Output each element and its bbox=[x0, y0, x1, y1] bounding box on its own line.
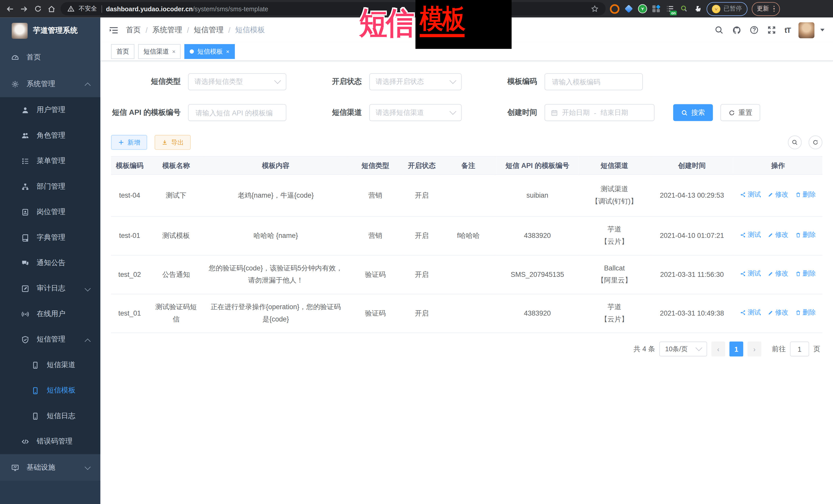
sidebar-item-dept[interactable]: 部门管理 bbox=[0, 174, 100, 199]
table-toolbar: 新增 导出 bbox=[111, 135, 823, 150]
dashboard-icon bbox=[11, 53, 19, 61]
sidebar-item-home[interactable]: 首页 bbox=[0, 44, 100, 71]
sidebar-item-errcode[interactable]: 错误码管理 bbox=[0, 429, 100, 454]
edit-link[interactable]: 修改 bbox=[768, 189, 788, 200]
user-avatar[interactable] bbox=[799, 22, 814, 38]
tab-home[interactable]: 首页 bbox=[111, 44, 134, 59]
cell-api-id: suibian bbox=[496, 174, 578, 217]
next-page-button[interactable]: › bbox=[747, 341, 761, 356]
sidebar-item-sms-channel[interactable]: 短信渠道 bbox=[0, 352, 100, 378]
url-bar[interactable]: 不安全 dashboard.yudao.iocoder.cn/system/sm… bbox=[61, 2, 605, 16]
sidebar-item-notice[interactable]: 通知公告 bbox=[0, 250, 100, 275]
test-link-label: 测试 bbox=[747, 230, 761, 241]
test-link[interactable]: 测试 bbox=[740, 268, 761, 280]
sidebar-item-sms-log[interactable]: 短信日志 bbox=[0, 403, 100, 429]
template-code-input[interactable] bbox=[551, 77, 637, 86]
sidebar-item-label: 菜单管理 bbox=[37, 156, 65, 166]
channel-name: 测试渠道 bbox=[583, 183, 646, 195]
channel-provider: 【调试(钉钉)】 bbox=[583, 196, 646, 208]
extension-donut-icon[interactable] bbox=[610, 4, 619, 14]
help-icon[interactable] bbox=[749, 25, 759, 34]
extension-grid-icon[interactable] bbox=[651, 4, 661, 14]
prev-page-button[interactable]: ‹ bbox=[712, 341, 725, 356]
reset-button[interactable]: 重置 bbox=[720, 104, 760, 121]
show-search-toggle-button[interactable] bbox=[788, 135, 802, 149]
github-icon[interactable] bbox=[732, 25, 741, 34]
search-button[interactable]: 搜索 bbox=[673, 104, 713, 121]
status-select[interactable]: 请选择开启状态 bbox=[369, 73, 462, 90]
delete-link[interactable]: 删除 bbox=[795, 189, 816, 200]
sidebar-item-label: 部门管理 bbox=[37, 182, 65, 191]
sidebar-item-audit[interactable]: 审计日志 bbox=[0, 275, 100, 301]
page-number-1[interactable]: 1 bbox=[730, 341, 743, 356]
page-size-value: 10条/页 bbox=[665, 344, 693, 354]
refresh-table-button[interactable] bbox=[809, 135, 823, 149]
cell-created: 2021-03-31 11:56:30 bbox=[650, 255, 734, 294]
app-logo bbox=[12, 23, 28, 39]
avatar-dropdown-caret-icon[interactable] bbox=[820, 29, 825, 31]
channel-select[interactable]: 请选择短信渠道 bbox=[369, 104, 462, 121]
sidebar-item-menu[interactable]: 菜单管理 bbox=[0, 148, 100, 173]
extension-list-icon[interactable]: on bbox=[665, 4, 674, 14]
sms-type-select[interactable]: 请选择短信类型 bbox=[188, 73, 286, 90]
test-link[interactable]: 测试 bbox=[740, 230, 761, 241]
bookmark-star-icon[interactable] bbox=[590, 4, 599, 14]
close-icon[interactable]: × bbox=[172, 49, 175, 55]
edit-link[interactable]: 修改 bbox=[768, 230, 788, 241]
search-icon[interactable] bbox=[715, 25, 724, 34]
system-submenu: 用户管理 角色管理 菜单管理 部门管理 岗位管理 bbox=[0, 97, 100, 454]
page-size-select[interactable]: 10条/页 bbox=[659, 341, 707, 356]
date-range-picker[interactable]: 开始日期 - 结束日期 bbox=[545, 104, 654, 121]
fullscreen-icon[interactable] bbox=[767, 25, 777, 34]
sidebar-item-sms-template[interactable]: 短信模板 bbox=[0, 378, 100, 403]
breadcrumb-item[interactable]: 短信管理 bbox=[194, 25, 223, 34]
sidebar-item-role[interactable]: 角色管理 bbox=[0, 123, 100, 148]
delete-link[interactable]: 删除 bbox=[795, 307, 816, 318]
forward-icon[interactable] bbox=[19, 4, 29, 14]
extensions-puzzle-icon[interactable] bbox=[693, 4, 702, 14]
sidebar-item-infra[interactable]: 基础设施 bbox=[0, 454, 100, 481]
channel-provider: 【云片】 bbox=[583, 236, 646, 248]
channel-provider: 【云片】 bbox=[583, 314, 646, 326]
channel-name: 芋道 bbox=[583, 301, 646, 313]
export-button[interactable]: 导出 bbox=[154, 135, 191, 150]
cell-remark bbox=[441, 294, 496, 333]
browser-toolbar: 不安全 dashboard.yudao.iocoder.cn/system/sm… bbox=[0, 0, 833, 18]
breadcrumb-item[interactable]: 首页 bbox=[126, 25, 141, 34]
test-link[interactable]: 测试 bbox=[740, 189, 761, 200]
delete-link[interactable]: 删除 bbox=[795, 230, 816, 241]
reset-button-label: 重置 bbox=[738, 108, 752, 117]
test-link[interactable]: 测试 bbox=[740, 307, 761, 318]
goto-page-input[interactable] bbox=[790, 341, 809, 356]
sidebar-item-dict[interactable]: 字典管理 bbox=[0, 224, 100, 250]
app-logo-row[interactable]: 芋道管理系统 bbox=[0, 18, 100, 44]
extension-magnifier-icon[interactable] bbox=[679, 4, 688, 14]
extension-gem-icon[interactable] bbox=[624, 4, 633, 14]
close-icon[interactable]: × bbox=[226, 49, 230, 55]
warning-icon bbox=[67, 5, 74, 13]
edit-link[interactable]: 修改 bbox=[768, 307, 788, 318]
browser-update-button[interactable]: 更新 bbox=[752, 2, 780, 16]
profile-chip[interactable]: 已暂停 bbox=[707, 2, 747, 16]
sidebar-item-user[interactable]: 用户管理 bbox=[0, 97, 100, 123]
tab-sms-template[interactable]: 短信模板 × bbox=[185, 44, 235, 59]
font-size-icon[interactable]: tT bbox=[785, 26, 790, 34]
edit-link[interactable]: 修改 bbox=[768, 268, 788, 280]
tab-sms-channel[interactable]: 短信渠道 × bbox=[138, 44, 181, 59]
breadcrumb-item[interactable]: 系统管理 bbox=[152, 25, 182, 34]
sidebar-collapse-icon[interactable] bbox=[109, 26, 118, 34]
sidebar-item-sms[interactable]: 短信管理 bbox=[0, 327, 100, 352]
home-icon[interactable] bbox=[47, 4, 56, 14]
browser-menu-kebab-icon[interactable] bbox=[773, 6, 775, 12]
back-icon[interactable] bbox=[5, 4, 15, 14]
reload-icon[interactable] bbox=[33, 4, 42, 14]
col-header: 创建时间 bbox=[650, 157, 734, 174]
sidebar-item-system[interactable]: 系统管理 bbox=[0, 71, 100, 97]
api-template-id-input[interactable] bbox=[194, 108, 280, 117]
add-button[interactable]: 新增 bbox=[111, 135, 147, 150]
delete-link[interactable]: 删除 bbox=[795, 268, 816, 280]
sidebar-item-online[interactable]: 在线用户 bbox=[0, 301, 100, 327]
extension-y-icon[interactable] bbox=[638, 4, 647, 14]
sidebar-item-post[interactable]: 岗位管理 bbox=[0, 199, 100, 224]
test-link-label: 测试 bbox=[747, 307, 761, 318]
